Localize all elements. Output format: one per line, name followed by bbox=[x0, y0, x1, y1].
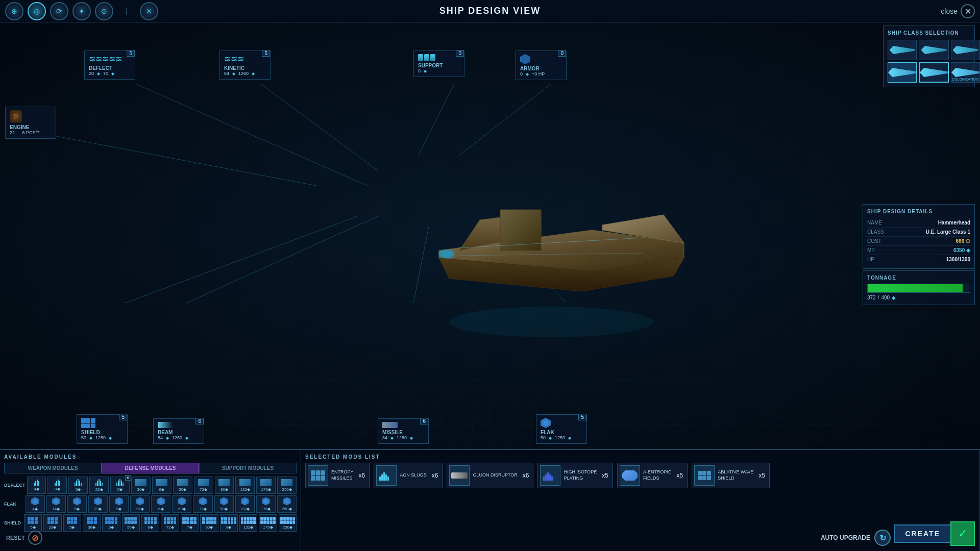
flak-mod-12[interactable]: 176◆ bbox=[256, 495, 276, 513]
nav-icon-map[interactable]: ◎ bbox=[28, 2, 46, 20]
deflect-module-row: DEFLECT 4◆ 8◆ 5◆ 23◆ 5◆6 36◆ 6◆ 50◆ 72◆ … bbox=[4, 477, 297, 494]
nav-icon-rotate[interactable]: ⟳ bbox=[50, 2, 68, 20]
deflect-mod-12[interactable]: 176◆ bbox=[256, 477, 276, 494]
nav-icon-target[interactable]: ⊙ bbox=[95, 2, 113, 20]
flak-mod-icon-5 bbox=[115, 497, 123, 506]
selected-mod-gluon[interactable]: GLUON DISRUPTOR x6 bbox=[447, 463, 533, 488]
deflect-mod-val-2: 8◆ bbox=[55, 487, 60, 491]
deflect-mod-icon-1 bbox=[34, 480, 39, 486]
flak-mod-10[interactable]: 90◆ bbox=[214, 495, 234, 513]
shield-mod-14[interactable]: 250◆ bbox=[279, 514, 297, 532]
deflect-mod-11[interactable]: 132◆ bbox=[235, 477, 255, 494]
shield-mod-7[interactable]: 6◆ bbox=[141, 514, 159, 532]
class-item-1[interactable] bbox=[888, 40, 917, 60]
flak-mod-11[interactable]: 132◆ bbox=[235, 495, 255, 513]
flak-mod-val-2: 14◆ bbox=[52, 507, 60, 511]
shield-mod-8[interactable]: 72◆ bbox=[161, 514, 179, 532]
deflect-mod-2[interactable]: 8◆ bbox=[47, 477, 67, 494]
shield-mod-icon-14 bbox=[280, 517, 295, 524]
support-panel: 0 SUPPORT 0 ◆ bbox=[413, 51, 464, 77]
selected-mod-high-isotope[interactable]: HIGH ISOTOPEPLATING x5 bbox=[537, 463, 613, 488]
detail-hp-row: HP 1300/1300 bbox=[867, 255, 970, 264]
flak-row-label: FLAK bbox=[4, 502, 24, 507]
entropy-mod-icon-container bbox=[308, 465, 328, 486]
selected-mod-entropy[interactable]: ENTROPYMISSILES x6 bbox=[305, 463, 370, 488]
tab-support-modules[interactable]: SUPPORT MODULES bbox=[199, 463, 297, 473]
reset-button[interactable]: RESET ⊘ bbox=[6, 531, 42, 545]
tab-defense-modules[interactable]: DEFENSE MODULES bbox=[102, 463, 199, 473]
shield-mod-9[interactable]: 7◆ bbox=[181, 514, 199, 532]
shield-mod-13[interactable]: 176◆ bbox=[259, 514, 277, 532]
deflect-mod-4[interactable]: 23◆ bbox=[89, 477, 109, 494]
missile-icon bbox=[382, 422, 398, 428]
missile-title: MISSILE bbox=[382, 430, 424, 435]
class-item-5[interactable] bbox=[919, 62, 949, 83]
shield-mod-3[interactable]: 5◆ bbox=[63, 514, 81, 532]
shield-mod-2[interactable]: 23◆ bbox=[43, 514, 61, 532]
create-button[interactable]: CREATE ✓ bbox=[894, 521, 975, 546]
class-item-4[interactable] bbox=[888, 62, 917, 83]
flak-mod-3[interactable]: 5◆ bbox=[67, 495, 87, 513]
shield-mod-6[interactable]: 50◆ bbox=[122, 514, 140, 532]
flak-mod-val-8: 50◆ bbox=[178, 507, 186, 511]
flak-mod-2[interactable]: 14◆ bbox=[46, 495, 66, 513]
detail-name-row: NAME Hammerhead bbox=[867, 218, 970, 228]
deflect-mod-10[interactable]: 90◆ bbox=[215, 477, 234, 494]
flak-count: 5 bbox=[578, 414, 586, 420]
deflect-mod-8[interactable]: 50◆ bbox=[173, 477, 192, 494]
deflect-mod-6[interactable]: 36◆ bbox=[131, 477, 151, 494]
shield-mod-12[interactable]: 132◆ bbox=[239, 514, 257, 532]
deflect-mod-5[interactable]: 5◆6 bbox=[110, 477, 130, 494]
auto-upgrade-button[interactable]: AUTO UPGRADE ↻ bbox=[821, 530, 891, 546]
flak-mod-4[interactable]: 23◆ bbox=[88, 495, 108, 513]
shield-mod-4[interactable]: 36◆ bbox=[83, 514, 101, 532]
shield-mod-val-3: 5◆ bbox=[69, 525, 75, 530]
flak-mod-8[interactable]: 50◆ bbox=[172, 495, 191, 513]
deflect-mod-val-13: 250◆ bbox=[282, 487, 291, 492]
flak-mod-6[interactable]: 36◆ bbox=[130, 495, 150, 513]
flak-mod-icon-4 bbox=[94, 497, 102, 506]
beam-vals: 84 ◆ 1260 ◆ bbox=[158, 435, 200, 440]
flak-mod-5[interactable]: 5◆ bbox=[109, 495, 129, 513]
deflect-mod-13[interactable]: 250◆ bbox=[277, 477, 297, 494]
flak-mod-val-3: 5◆ bbox=[75, 507, 80, 511]
kinetic-panel: ≋≋≋ 6 KINETIC 84 ◆ 1260 ◆ bbox=[219, 51, 271, 80]
shield-mod-1[interactable]: 5◆ bbox=[24, 514, 42, 532]
shield-mod-val-14: 250◆ bbox=[283, 525, 292, 530]
detail-mp-row: MP 6350 ◆ bbox=[867, 246, 970, 255]
selected-mod-aentropic[interactable]: A-ENTROPICFIELDS x5 bbox=[617, 463, 688, 488]
class-item-colonization[interactable]: COLONIZATION bbox=[951, 62, 980, 83]
svg-line-4 bbox=[48, 135, 316, 186]
nav-icon-settings[interactable]: ✕ bbox=[140, 2, 158, 20]
aentropic-mod-icon-container bbox=[620, 465, 640, 486]
class-item-3[interactable] bbox=[951, 40, 980, 60]
flak-mod-13[interactable]: 250◆ bbox=[277, 495, 297, 513]
reset-label: RESET bbox=[6, 535, 25, 541]
flak-mod-7[interactable]: 6◆ bbox=[151, 495, 170, 513]
flak-mod-9[interactable]: 72◆ bbox=[193, 495, 212, 513]
shield-mod-5[interactable]: 6◆ bbox=[102, 514, 120, 532]
hp-label: HP bbox=[867, 257, 874, 262]
deflect-mod-icon-7 bbox=[156, 479, 167, 486]
selected-mod-agn[interactable]: AGN SLUGS x6 bbox=[374, 463, 443, 488]
shield-mod-10[interactable]: 90◆ bbox=[200, 514, 218, 532]
missile-panel: 6 MISSILE 84 ◆ 1260 ◆ bbox=[378, 418, 429, 444]
nav-icon-home[interactable]: ⊕ bbox=[5, 2, 23, 20]
deflect-mod-7[interactable]: 6◆ bbox=[152, 477, 172, 494]
shield-mod-11[interactable]: 8◆ bbox=[220, 514, 238, 532]
tab-weapon-modules[interactable]: WEAPON MODULES bbox=[4, 463, 102, 473]
flak-mod-1[interactable]: 4◆ bbox=[26, 495, 45, 513]
deflect-panel: ≋≋≋≋≋ 5 DEFLECT 20 ◆ 70 ◆ bbox=[84, 51, 135, 80]
deflect-mod-3[interactable]: 5◆ bbox=[68, 477, 88, 494]
selected-mod-ablative[interactable]: ABLATIVE WAVESHIELD x5 bbox=[692, 463, 770, 488]
flak-mod-val-1: 4◆ bbox=[33, 507, 38, 511]
close-button[interactable]: close ✕ bbox=[941, 4, 975, 18]
shield-mod-icon-8 bbox=[164, 517, 176, 524]
nav-icon-star[interactable]: ✦ bbox=[72, 2, 91, 20]
svg-line-1 bbox=[260, 84, 378, 170]
deflect-mod-1[interactable]: 4◆ bbox=[27, 477, 46, 494]
class-item-2[interactable] bbox=[919, 40, 949, 60]
gluon-mod-icon-container bbox=[449, 465, 470, 486]
deflect-mod-9[interactable]: 72◆ bbox=[194, 477, 213, 494]
shield-mod-icon-10 bbox=[202, 517, 216, 524]
